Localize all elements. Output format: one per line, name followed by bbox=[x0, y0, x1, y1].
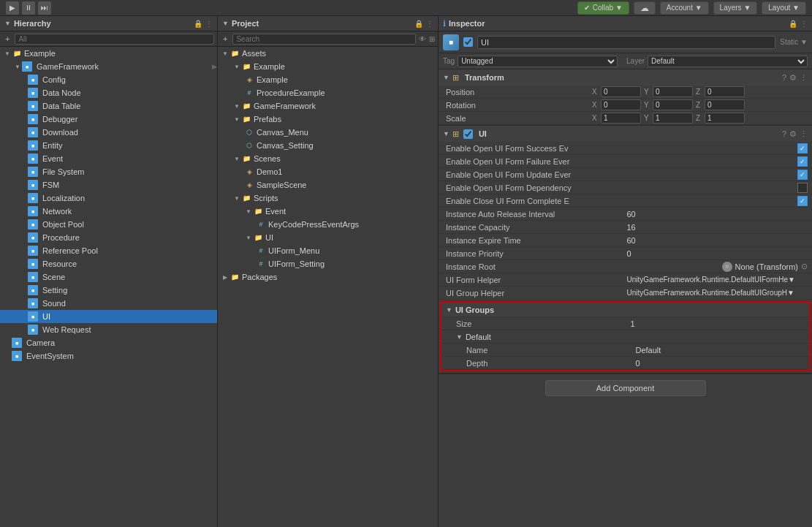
tree-item-config[interactable]: ■ Config bbox=[0, 73, 217, 86]
project-item-demo1[interactable]: ◈ Demo1 bbox=[218, 165, 438, 178]
enable-close-event-checkbox[interactable]: ✓ bbox=[797, 196, 808, 206]
play-button[interactable]: ▶ bbox=[6, 1, 19, 15]
project-item-uiform-setting[interactable]: # UIForm_Setting bbox=[218, 257, 438, 270]
tree-item-localization[interactable]: ■ Localization bbox=[0, 192, 217, 205]
static-dropdown[interactable]: Static ▼ bbox=[780, 38, 808, 46]
inspector-content: ■ Static ▼ Tag Untagged Layer Default ▼ bbox=[439, 31, 812, 527]
project-item-canvas-setting[interactable]: ⬡ Canvas_Setting bbox=[218, 139, 438, 152]
layout-button[interactable]: Layout ▼ bbox=[762, 1, 806, 15]
project-item-packages[interactable]: ▶ 📁 Packages bbox=[218, 270, 438, 284]
project-item-samplescene[interactable]: ◈ SampleScene bbox=[218, 178, 438, 192]
scale-z-input[interactable] bbox=[705, 113, 745, 124]
position-x-input[interactable] bbox=[601, 86, 641, 97]
project-add-btn[interactable]: + bbox=[221, 34, 229, 43]
tree-item-referencepool[interactable]: ■ Reference Pool bbox=[0, 244, 217, 257]
scale-y-input[interactable] bbox=[653, 113, 693, 124]
tree-item-fsm[interactable]: ■ FSM bbox=[0, 178, 217, 192]
ui-component-title: UI bbox=[479, 129, 779, 138]
scene-icon-demo1: ◈ bbox=[244, 167, 254, 177]
tree-item-datatable[interactable]: ■ Data Table bbox=[0, 99, 217, 113]
tree-item-webrequest[interactable]: ■ Web Request bbox=[0, 323, 217, 336]
ui-help-icon[interactable]: ? bbox=[782, 129, 786, 139]
instance-root-target-icon[interactable]: ⊙ bbox=[801, 262, 808, 271]
tree-item-debugger[interactable]: ■ Debugger bbox=[0, 113, 217, 126]
tree-label-filesystem: File System bbox=[42, 167, 84, 176]
hierarchy-add-btn[interactable]: + bbox=[3, 34, 12, 43]
transform-more-icon[interactable]: ⋮ bbox=[800, 73, 808, 83]
object-name-input[interactable] bbox=[477, 36, 775, 49]
project-item-assets[interactable]: ▼ 📁 Assets bbox=[218, 47, 438, 60]
tree-item-ui[interactable]: ■ UI bbox=[0, 310, 217, 323]
tree-item-resource[interactable]: ■ Resource bbox=[0, 257, 217, 270]
instance-root-value[interactable]: ○ None (Transform) bbox=[722, 262, 798, 272]
rotation-y-input[interactable] bbox=[653, 99, 693, 110]
project-item-procedureexample[interactable]: # ProcedureExample bbox=[218, 86, 438, 99]
ui-component-header[interactable]: ▼ ⊞ UI ? ⚙ ⋮ bbox=[439, 126, 812, 142]
layers-button[interactable]: Layers ▼ bbox=[713, 1, 758, 15]
project-item-scripts[interactable]: ▼ 📁 Scripts bbox=[218, 192, 438, 205]
tree-item-objectpool[interactable]: ■ Object Pool bbox=[0, 218, 217, 231]
tag-select[interactable]: Untagged bbox=[458, 56, 618, 67]
project-item-gameframework[interactable]: ▼ 📁 GameFramework bbox=[218, 99, 438, 113]
tree-item-download[interactable]: ■ Download bbox=[0, 126, 217, 139]
object-cube-icon: ■ bbox=[443, 34, 459, 50]
ui-settings-icon[interactable]: ⚙ bbox=[789, 129, 797, 139]
project-item-keycode[interactable]: # KeyCodePressEventArgs bbox=[218, 218, 438, 231]
project-eye-btn[interactable]: 👁 bbox=[419, 35, 426, 43]
tree-item-example[interactable]: ▼ 📁 Example bbox=[0, 47, 217, 60]
add-component-label: Add Component bbox=[596, 384, 655, 393]
add-component-button[interactable]: Add Component bbox=[545, 380, 706, 396]
ui-grid-icon: ⊞ bbox=[452, 129, 459, 139]
position-y-input[interactable] bbox=[653, 86, 693, 97]
project-item-event-folder[interactable]: ▼ 📁 Event bbox=[218, 205, 438, 218]
transform-header[interactable]: ▼ ⊞ Transform ? ⚙ ⋮ bbox=[439, 69, 812, 86]
project-item-prefabs[interactable]: ▼ 📁 Prefabs bbox=[218, 113, 438, 126]
project-search-input[interactable] bbox=[232, 34, 416, 45]
project-grid-btn[interactable]: ⊞ bbox=[429, 35, 435, 43]
enable-failure-event-checkbox[interactable]: ✓ bbox=[797, 156, 808, 167]
object-active-checkbox[interactable] bbox=[463, 37, 473, 47]
tree-item-network[interactable]: ■ Network bbox=[0, 205, 217, 218]
tree-item-scene[interactable]: ■ Scene bbox=[0, 270, 217, 284]
tree-item-procedure[interactable]: ■ Procedure bbox=[0, 231, 217, 244]
tree-item-event[interactable]: ■ Event bbox=[0, 152, 217, 165]
tree-item-filesystem[interactable]: ■ File System bbox=[0, 165, 217, 178]
project-item-example[interactable]: ▼ 📁 Example bbox=[218, 60, 438, 73]
collab-button[interactable]: ✔ Collab ▼ bbox=[577, 1, 629, 15]
project-item-scenes[interactable]: ▼ 📁 Scenes bbox=[218, 152, 438, 165]
step-button[interactable]: ⏭ bbox=[38, 1, 51, 15]
transform-settings-icon[interactable]: ⚙ bbox=[789, 73, 797, 83]
project-item-canvas-menu[interactable]: ⬡ Canvas_Menu bbox=[218, 126, 438, 139]
hierarchy-expand-icon: ▼ bbox=[4, 20, 11, 27]
layer-select[interactable]: Default bbox=[648, 56, 808, 67]
ui-groups-default-header[interactable]: ▼ Default bbox=[441, 330, 809, 344]
tree-item-camera[interactable]: ■ Camera bbox=[0, 336, 217, 349]
tree-item-gameframework[interactable]: ▼ ■ GameFramework ▶ bbox=[0, 60, 217, 73]
account-button[interactable]: Account ▼ bbox=[660, 1, 709, 15]
tree-item-sound[interactable]: ■ Sound bbox=[0, 297, 217, 310]
enable-update-event-checkbox[interactable]: ✓ bbox=[797, 170, 808, 180]
pause-button[interactable]: ⏸ bbox=[22, 1, 35, 15]
project-item-uiform-menu[interactable]: # UIForm_Menu bbox=[218, 244, 438, 257]
cloud-button[interactable]: ☁ bbox=[634, 1, 656, 15]
tree-item-setting[interactable]: ■ Setting bbox=[0, 284, 217, 297]
project-label-scenes: Scenes bbox=[254, 154, 281, 163]
cloud-icon: ☁ bbox=[640, 3, 649, 13]
ui-groups-header[interactable]: ▼ UI Groups bbox=[441, 303, 809, 317]
ui-more-icon[interactable]: ⋮ bbox=[800, 129, 808, 139]
hierarchy-search-input[interactable] bbox=[15, 34, 214, 45]
project-item-example-file[interactable]: ◈ Example bbox=[218, 73, 438, 86]
scale-x-input[interactable] bbox=[601, 113, 641, 124]
ui-component-active-checkbox[interactable] bbox=[463, 129, 473, 139]
rotation-z-input[interactable] bbox=[705, 99, 745, 110]
transform-help-icon[interactable]: ? bbox=[782, 73, 786, 83]
enable-success-event-checkbox[interactable]: ✓ bbox=[797, 143, 808, 153]
position-z-input[interactable] bbox=[705, 86, 745, 97]
tree-item-eventsystem[interactable]: ■ EventSystem bbox=[0, 349, 217, 363]
tree-item-datanode[interactable]: ■ Data Node bbox=[0, 86, 217, 99]
enable-dependency-checkbox[interactable] bbox=[797, 183, 808, 193]
ui-component-icons: ? ⚙ ⋮ bbox=[782, 129, 808, 139]
tree-item-entity[interactable]: ■ Entity bbox=[0, 139, 217, 152]
rotation-x-input[interactable] bbox=[601, 99, 641, 110]
project-item-ui-folder[interactable]: ▼ 📁 UI bbox=[218, 231, 438, 244]
